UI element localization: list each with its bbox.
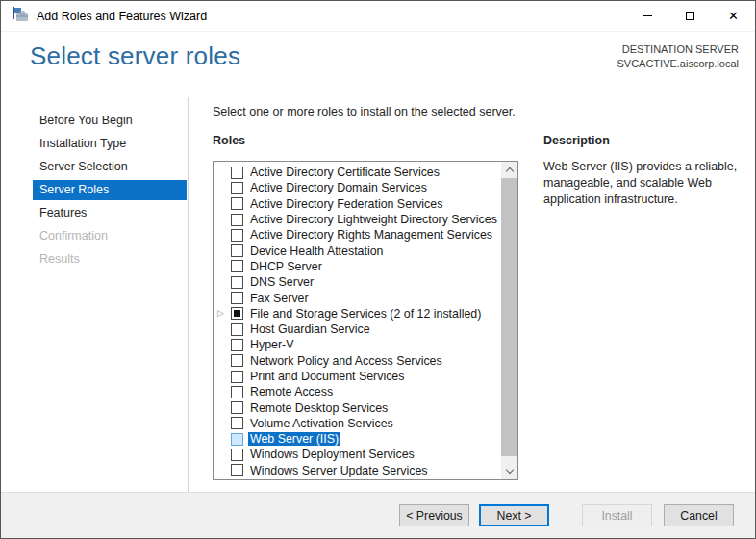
role-checkbox[interactable] (231, 244, 243, 257)
role-checkbox[interactable] (231, 464, 243, 476)
role-row[interactable]: ▷File and Storage Services (2 of 12 inst… (214, 306, 501, 321)
scrollbar-thumb[interactable] (501, 178, 517, 456)
roles-listbox: ▷Active Directory Certificate Services▷A… (213, 161, 518, 480)
role-checkbox[interactable] (231, 167, 243, 179)
role-checkbox[interactable] (231, 417, 243, 429)
roles-scrollbar[interactable] (501, 162, 517, 479)
role-checkbox[interactable] (231, 433, 243, 446)
wizard-header: Select server roles DESTINATION SERVER S… (1, 32, 755, 98)
role-row[interactable]: ▷Windows Server Update Services (214, 463, 501, 478)
role-label: Web Server (IIS) (248, 432, 340, 446)
sidebar-item-server-selection[interactable]: Server Selection (33, 157, 187, 177)
role-label: Active Directory Domain Services (250, 181, 427, 194)
roles-label: Roles (213, 134, 245, 147)
server-manager-icon (12, 7, 29, 26)
role-row[interactable]: ▷Active Directory Domain Services (214, 180, 501, 195)
role-label: Host Guardian Service (250, 322, 370, 336)
previous-button[interactable]: < Previous (399, 504, 469, 526)
role-label: Print and Document Services (250, 370, 404, 383)
role-checkbox[interactable] (231, 182, 243, 194)
role-row[interactable]: ▷Remote Access (214, 384, 501, 399)
next-button[interactable]: Next > (479, 504, 549, 526)
role-checkbox[interactable] (231, 323, 243, 336)
role-row[interactable]: ▷Device Health Attestation (214, 243, 501, 258)
role-checkbox[interactable] (231, 229, 243, 242)
scroll-up-button[interactable] (501, 162, 517, 178)
destination-server-name: SVCACTIVE.aiscorp.local (617, 57, 739, 71)
window-title: Add Roles and Features Wizard (37, 10, 207, 23)
role-label: Fax Server (250, 292, 309, 305)
maximize-button[interactable] (668, 1, 712, 31)
role-label: DNS Server (250, 275, 314, 289)
role-label: File and Storage Services (2 of 12 insta… (250, 307, 481, 321)
sidebar-item-server-roles[interactable]: Server Roles (33, 180, 187, 200)
role-label: Active Directory Certificate Services (250, 166, 440, 179)
sidebar-item-results: Results (33, 249, 187, 270)
wizard-body: Before You BeginInstallation TypeServer … (1, 97, 755, 492)
sidebar-item-features[interactable]: Features (33, 203, 187, 223)
scroll-down-button[interactable] (501, 463, 517, 479)
role-checkbox[interactable] (231, 386, 243, 398)
description-title: Description (543, 134, 610, 147)
wizard-steps-nav: Before You BeginInstallation TypeServer … (1, 97, 188, 270)
wizard-content: Select one or more roles to install on t… (189, 97, 755, 492)
role-label: Windows Server Update Services (250, 464, 428, 477)
role-checkbox[interactable] (231, 260, 243, 272)
close-button[interactable]: ✕ (712, 1, 755, 31)
wizard-sidebar: Before You BeginInstallation TypeServer … (1, 97, 189, 492)
maximize-icon (686, 12, 694, 20)
description-text: Web Server (IIS) provides a reliable, ma… (543, 159, 742, 208)
role-row[interactable]: ▷Active Directory Certificate Services (214, 165, 501, 180)
role-row[interactable]: ▷Volume Activation Services (214, 416, 501, 431)
role-row[interactable]: ▷Fax Server (214, 290, 501, 305)
role-row[interactable]: ▷Active Directory Lightweight Directory … (214, 212, 501, 227)
role-checkbox[interactable] (231, 292, 243, 304)
role-label: Network Policy and Access Services (250, 354, 442, 368)
sidebar-item-confirmation: Confirmation (33, 226, 187, 246)
role-row[interactable]: ▷Web Server (IIS) (214, 431, 501, 447)
role-row[interactable]: ▷Active Directory Rights Management Serv… (214, 227, 501, 243)
role-checkbox[interactable] (231, 197, 243, 210)
role-row[interactable]: ▷DNS Server (214, 274, 501, 290)
role-label: Remote Desktop Services (250, 401, 388, 415)
role-label: DHCP Server (250, 260, 322, 273)
page-title: Select server roles (30, 41, 240, 71)
role-label: Device Health Attestation (250, 244, 383, 258)
role-checkbox[interactable] (231, 354, 243, 367)
role-checkbox[interactable] (231, 276, 243, 289)
role-row[interactable]: ▷Host Guardian Service (214, 321, 501, 337)
role-checkbox[interactable] (231, 307, 243, 320)
role-row[interactable]: ▷DHCP Server (214, 259, 501, 274)
window-controls: ✕ (625, 1, 755, 31)
role-row[interactable]: ▷Print and Document Services (214, 369, 501, 384)
role-checkbox[interactable] (231, 339, 243, 351)
role-label: Active Directory Federation Services (250, 197, 442, 211)
cancel-button[interactable]: Cancel (664, 504, 734, 526)
role-label: Windows Deployment Services (250, 448, 415, 461)
role-checkbox[interactable] (231, 449, 243, 461)
role-label: Remote Access (250, 385, 333, 398)
role-checkbox[interactable] (231, 214, 243, 226)
wizard-footer: < Previous Next > Install Cancel (1, 492, 755, 538)
install-button[interactable]: Install (582, 504, 652, 526)
title-bar: Add Roles and Features Wizard ✕ (1, 1, 755, 32)
chevron-up-icon (505, 167, 513, 175)
role-checkbox[interactable] (231, 401, 243, 414)
role-checkbox[interactable] (231, 371, 243, 383)
destination-server-label: DESTINATION SERVER (617, 42, 739, 57)
minimize-button[interactable] (625, 1, 668, 31)
role-row[interactable]: ▷Remote Desktop Services (214, 399, 501, 415)
role-row[interactable]: ▷Windows Deployment Services (214, 447, 501, 462)
role-row[interactable]: ▷Hyper-V (214, 337, 501, 352)
roles-list-rows: ▷Active Directory Certificate Services▷A… (214, 162, 501, 479)
expander-icon[interactable]: ▷ (217, 309, 231, 318)
role-row[interactable]: ▷Active Directory Federation Services (214, 196, 501, 212)
close-icon: ✕ (728, 10, 739, 22)
minimize-icon (643, 15, 652, 16)
role-row[interactable]: ▷Network Policy and Access Services (214, 353, 501, 369)
role-label: Active Directory Rights Management Servi… (250, 228, 492, 242)
role-label: Active Directory Lightweight Directory S… (250, 213, 497, 226)
sidebar-item-installation-type[interactable]: Installation Type (33, 134, 187, 154)
role-label: Hyper-V (250, 338, 293, 351)
sidebar-item-before-you-begin[interactable]: Before You Begin (33, 111, 187, 131)
